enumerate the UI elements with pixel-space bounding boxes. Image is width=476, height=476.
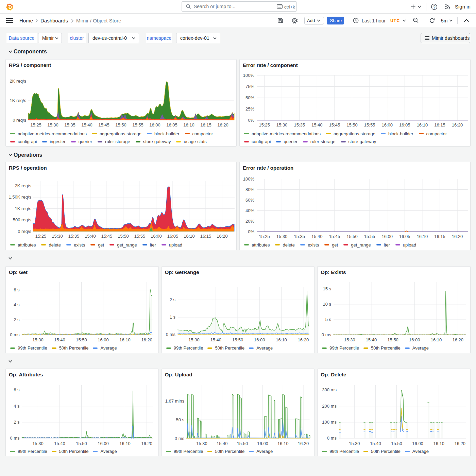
svg-text:?: ? [433, 4, 435, 10]
